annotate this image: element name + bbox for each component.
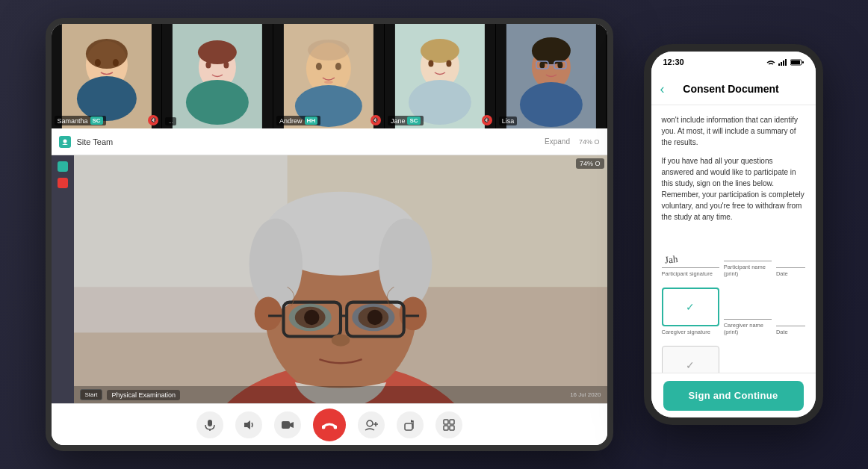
sidebar-icon-1[interactable] xyxy=(58,161,68,172)
hangup-button[interactable] xyxy=(313,409,346,441)
percent-label: 74% O xyxy=(579,138,600,146)
caregiver-date-label: Date xyxy=(776,329,805,335)
svg-rect-71 xyxy=(444,426,448,430)
consent-text-2: If you have had all your questions answe… xyxy=(662,155,805,223)
caregiver-name-line[interactable] xyxy=(724,293,772,320)
tablet-toolbar: Site Team Expand 74% O xyxy=(52,128,607,155)
svg-rect-72 xyxy=(450,426,454,430)
participant-sig-box[interactable]: Jah xyxy=(662,238,719,268)
grid-button[interactable] xyxy=(435,411,462,438)
wifi-icon xyxy=(766,59,775,65)
participant-sig-label: Participant signature xyxy=(662,270,719,277)
investigator-check-icon: ✓ xyxy=(686,359,695,371)
participant-handwriting: Jah xyxy=(661,253,678,267)
video-label-samantha: Samantha SC xyxy=(55,116,106,125)
investigator-sig-box[interactable]: ✓ xyxy=(662,346,719,373)
participant-date-label: Date xyxy=(776,270,805,277)
video-thumb-lisa[interactable]: Lisa xyxy=(496,24,607,128)
svg-point-55 xyxy=(304,310,319,325)
mute-icon-jane: 🔇 xyxy=(482,115,492,125)
percent-badge: 74% O xyxy=(576,158,604,169)
phone-footer: Sign and Continue xyxy=(651,373,816,417)
svg-point-16 xyxy=(316,63,322,70)
video-label-lisa: Lisa xyxy=(499,117,518,125)
video-thumb-samantha[interactable]: Samantha SC 🔇 xyxy=(52,24,163,128)
svg-point-57 xyxy=(331,334,349,346)
video-thumb-jane[interactable]: Jane SC 🔇 xyxy=(385,24,496,128)
video-overlay: Start Physical Examination 16 Jul 2020 xyxy=(74,386,607,403)
svg-rect-75 xyxy=(783,60,784,66)
video-label-jane: Jane SC xyxy=(388,116,424,125)
phone-device: 12:30 xyxy=(644,44,823,425)
phone-title: Consent Document xyxy=(671,83,792,95)
caregiver-date-line[interactable] xyxy=(776,299,805,326)
svg-point-43 xyxy=(379,218,432,309)
mute-icon-andrew: 🔇 xyxy=(371,115,381,125)
svg-point-28 xyxy=(532,37,571,64)
phone-status-bar: 12:30 xyxy=(651,52,816,72)
start-button[interactable]: Start xyxy=(80,389,103,400)
tablet-device: Samantha SC 🔇 xyxy=(46,18,613,451)
consent-text-1: won't include information that can ident… xyxy=(662,114,805,148)
exam-label: Physical Examination xyxy=(107,390,180,400)
svg-rect-68 xyxy=(405,423,412,430)
svg-point-22 xyxy=(421,39,459,63)
svg-rect-58 xyxy=(208,420,212,426)
svg-point-15 xyxy=(308,40,350,60)
caregiver-sig-label: Caregiver signature xyxy=(662,329,719,335)
video-label-2: ... xyxy=(165,117,176,125)
share-button[interactable] xyxy=(397,411,424,438)
caregiver-name-label: Caregiver name (print) xyxy=(724,322,772,335)
participant-sig-group: Jah Participant signature Participant na… xyxy=(662,234,805,277)
svg-point-34 xyxy=(63,139,66,143)
svg-point-10 xyxy=(206,62,211,69)
participant-name-line[interactable] xyxy=(724,234,772,261)
video-strip: Samantha SC 🔇 xyxy=(52,24,607,128)
svg-point-3 xyxy=(85,39,127,69)
tablet-controls xyxy=(52,403,607,445)
svg-point-9 xyxy=(198,40,237,64)
team-icon xyxy=(59,136,71,148)
expand-label[interactable]: Expand xyxy=(545,137,570,146)
svg-point-17 xyxy=(335,63,341,70)
status-icons xyxy=(766,59,804,66)
svg-rect-78 xyxy=(791,60,800,64)
participant-name-label: Participant name (print) xyxy=(724,264,772,277)
scene: Samantha SC 🔇 xyxy=(0,0,868,469)
svg-rect-69 xyxy=(444,420,448,424)
tablet-sidebar xyxy=(52,155,74,403)
investigator-sig-group: ✓ Principal Investigator signature Princ… xyxy=(662,346,805,373)
sign-continue-button[interactable]: Sign and Continue xyxy=(663,381,804,411)
svg-rect-61 xyxy=(282,421,290,429)
investigator-date-line[interactable] xyxy=(776,364,805,373)
svg-rect-73 xyxy=(778,63,780,66)
svg-point-4 xyxy=(94,59,100,66)
phone-body[interactable]: won't include information that can ident… xyxy=(651,105,816,373)
svg-point-11 xyxy=(224,62,229,69)
back-button[interactable]: ‹ xyxy=(660,82,665,96)
video-thumb-2[interactable]: ... xyxy=(162,24,273,128)
investigator-name-line[interactable] xyxy=(724,351,772,373)
main-video-area: 74% O Start Physical Examination 16 Jul … xyxy=(74,155,607,403)
caregiver-check-icon: ✓ xyxy=(686,301,695,313)
mic-button[interactable] xyxy=(196,411,223,438)
video-button[interactable] xyxy=(274,411,301,438)
svg-rect-70 xyxy=(450,420,454,424)
svg-point-42 xyxy=(249,218,302,309)
svg-point-44 xyxy=(254,296,282,330)
svg-rect-74 xyxy=(781,62,782,66)
add-user-button[interactable] xyxy=(358,411,385,438)
signature-section: Jah Participant signature Participant na… xyxy=(662,234,805,373)
speaker-button[interactable] xyxy=(235,411,262,438)
svg-rect-76 xyxy=(785,59,787,66)
svg-point-27 xyxy=(520,82,583,127)
svg-point-29 xyxy=(539,62,545,69)
caregiver-sig-box[interactable]: ✓ xyxy=(662,288,719,326)
svg-marker-60 xyxy=(244,420,250,429)
caregiver-sig-group: ✓ Caregiver signature Caregiver name (pr… xyxy=(662,288,805,335)
video-label-andrew: Andrew HH xyxy=(276,116,320,125)
sidebar-icon-2[interactable] xyxy=(58,178,68,188)
participant-date-line[interactable] xyxy=(776,241,805,268)
tablet-main: 74% O Start Physical Examination 16 Jul … xyxy=(52,155,607,403)
video-thumb-andrew[interactable]: Andrew HH 🔇 xyxy=(273,24,385,128)
